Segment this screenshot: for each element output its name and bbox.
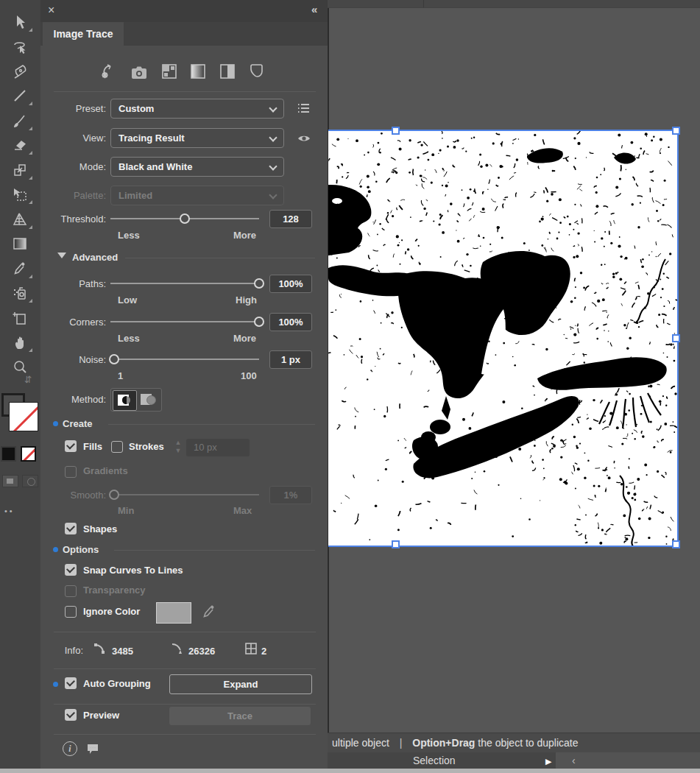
selection-handle-right[interactable] [672, 334, 680, 342]
collapse-panel-icon[interactable]: « [311, 3, 317, 15]
toolbar-overflow-dots[interactable]: •• [4, 506, 15, 515]
draw-normal-button[interactable] [2, 475, 18, 487]
black-and-white-icon[interactable] [218, 62, 237, 84]
selection-handle-bottom[interactable] [392, 540, 400, 548]
auto-grouping-label: Auto Grouping [83, 678, 151, 689]
none-swatch[interactable] [21, 446, 36, 462]
corners-slider[interactable] [110, 321, 259, 322]
low-color-icon[interactable] [160, 62, 179, 84]
collapse-left-icon[interactable]: ‹ [572, 752, 576, 769]
lasso-tool[interactable] [6, 35, 34, 57]
window-bottom-edge [0, 769, 700, 773]
close-panel-icon[interactable]: × [48, 4, 54, 17]
pen-tool[interactable] [6, 60, 34, 82]
outline-icon[interactable] [247, 62, 266, 84]
expand-button[interactable]: Expand [169, 674, 312, 694]
view-value: Tracing Result [119, 133, 185, 144]
method-label: Method: [43, 394, 106, 405]
scale-tool[interactable] [6, 159, 34, 181]
create-modified-dot [53, 421, 58, 426]
strokes-checkbox[interactable] [111, 441, 123, 453]
swap-fill-stroke-icon[interactable]: ⇆ [23, 375, 34, 384]
options-modified-dot [53, 547, 58, 552]
fill-swatch-none[interactable] [9, 402, 38, 431]
method-overlapping-button[interactable] [137, 390, 160, 409]
advanced-section-label[interactable]: Advanced [72, 252, 118, 263]
chevron-down-icon [270, 163, 276, 169]
mode-dropdown[interactable]: Black and White [110, 157, 284, 177]
gradient-tool[interactable] [6, 233, 34, 255]
preset-dropdown[interactable]: Custom [110, 99, 284, 119]
smooth-value: 1% [269, 486, 312, 504]
eyedropper-icon[interactable] [201, 604, 217, 623]
selection-handle-top[interactable] [392, 127, 400, 135]
play-arrow-icon[interactable]: ▶ [545, 753, 551, 769]
threshold-value[interactable]: 128 [269, 210, 312, 228]
perspective-grid-tool[interactable] [6, 208, 34, 230]
tab-image-trace[interactable]: Image Trace [43, 22, 124, 46]
noise-slider-thumb[interactable] [109, 354, 119, 364]
method-abutting-button[interactable] [113, 390, 137, 411]
smooth-min-label: Min [118, 505, 134, 516]
feedback-bubble-icon[interactable] [85, 741, 101, 760]
ignore-color-swatch[interactable] [156, 602, 191, 624]
status-bar: Selection ▶ ‹ [328, 752, 700, 769]
transparency-checkbox [65, 585, 77, 597]
palette-dropdown: Limited [110, 186, 284, 205]
selection-tool[interactable] [6, 11, 34, 33]
divider [54, 91, 316, 92]
divider [125, 258, 315, 258]
eye-icon[interactable] [296, 130, 312, 149]
hint-separator: | [392, 737, 410, 749]
preview-checkbox[interactable] [65, 709, 77, 721]
noise-value[interactable]: 1 px [269, 350, 312, 369]
high-color-icon[interactable] [130, 63, 149, 85]
snap-curves-checkbox[interactable] [65, 564, 77, 576]
artboard-tool[interactable] [6, 307, 34, 329]
shapes-checkbox[interactable] [65, 523, 77, 534]
paths-value[interactable]: 100% [269, 275, 312, 293]
auto-color-icon[interactable] [99, 62, 119, 84]
selection-handle-bottom-right[interactable] [672, 540, 680, 548]
advanced-collapse-icon[interactable] [57, 253, 66, 258]
eyedropper-tool[interactable] [6, 258, 34, 280]
threshold-max-label: More [233, 230, 256, 241]
paintbrush-tool[interactable] [6, 110, 34, 132]
threshold-slider[interactable] [110, 218, 259, 219]
preset-menu-icon[interactable] [295, 100, 311, 119]
threshold-slider-thumb[interactable] [180, 213, 190, 224]
hint-text-bold: Option+Drag [412, 737, 475, 749]
chevron-down-icon [270, 135, 276, 141]
divider [54, 734, 316, 735]
artboard-traced-image[interactable] [328, 130, 679, 547]
ignore-color-checkbox[interactable] [65, 606, 77, 618]
eraser-tool[interactable] [6, 134, 34, 156]
image-trace-panel: × « Image Trace Preset: Custom View: Tra… [40, 0, 329, 769]
colors-count-icon [244, 641, 258, 659]
noise-min-label: 1 [118, 370, 123, 381]
line-segment-tool[interactable] [6, 85, 34, 107]
grayscale-icon[interactable] [188, 62, 208, 84]
corners-value[interactable]: 100% [269, 313, 312, 331]
divider [54, 704, 316, 705]
draw-behind-button[interactable] [22, 475, 38, 487]
paths-slider-thumb[interactable] [254, 278, 264, 289]
noise-slider[interactable] [110, 359, 259, 360]
panel-tab-bar: Image Trace [40, 22, 328, 46]
corners-slider-thumb[interactable] [254, 317, 264, 327]
document-tab-strip [328, 0, 700, 8]
selection-handle-top-right[interactable] [672, 127, 680, 135]
auto-grouping-checkbox[interactable] [65, 677, 77, 689]
hand-tool[interactable] [6, 331, 34, 353]
paths-min-label: Low [118, 294, 137, 306]
none-slash-icon [13, 403, 38, 431]
fills-checkbox[interactable] [65, 440, 77, 452]
paths-slider[interactable] [110, 283, 259, 284]
color-swatch-black[interactable] [1, 446, 16, 462]
symbol-sprayer-tool[interactable] [6, 282, 34, 304]
mode-label: Mode: [43, 161, 106, 172]
view-dropdown[interactable]: Tracing Result [110, 128, 284, 148]
preset-value: Custom [119, 103, 154, 114]
free-transform-tool[interactable] [6, 183, 34, 205]
info-icon[interactable]: i [63, 741, 77, 756]
